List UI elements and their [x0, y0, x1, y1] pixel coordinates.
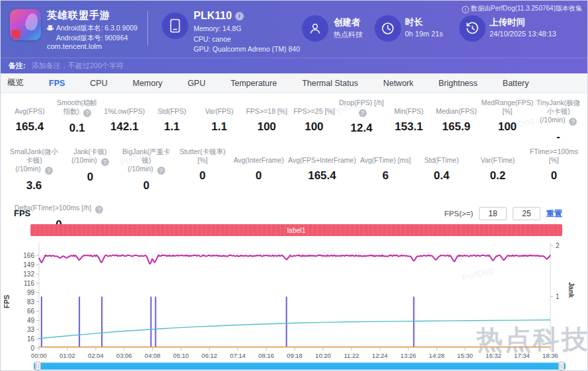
help-icon[interactable]: ?: [45, 167, 53, 175]
x-tick-label: 01:02: [59, 352, 75, 359]
device-gpu: GPU: Qualcomm Adreno (TM) 840: [194, 44, 300, 55]
x-tick-label: 17:34: [514, 352, 530, 359]
scrollbar-left-handle[interactable]: [35, 362, 41, 370]
stat-label: Std(FTime): [415, 147, 468, 165]
note-placeholder: 添加备注，不超过200个字符: [32, 62, 124, 69]
duration-icon: [375, 15, 401, 42]
tab-thermal-status[interactable]: Thermal Status: [302, 79, 358, 88]
help-icon[interactable]: ?: [569, 118, 577, 126]
tab-temperature[interactable]: Temperature: [231, 79, 277, 88]
label-banner[interactable]: label1: [30, 224, 562, 236]
stat-metric: Jank(卡顿)(/10min) ?0: [62, 147, 118, 192]
help-icon[interactable]: ?: [83, 109, 91, 117]
stat-label: FPS>=25 [%]: [292, 99, 337, 116]
stat-value: 0: [120, 179, 173, 192]
stat-label: Std(FPS): [149, 99, 194, 116]
stat-metric: Std(FTime)0.4: [414, 147, 470, 192]
x-tick-label: 07:14: [230, 352, 246, 359]
help-icon[interactable]: ?: [157, 167, 165, 175]
y-tick-label: 116: [24, 280, 34, 287]
tab-gpu[interactable]: GPU: [188, 79, 205, 88]
x-tick-label: 13:26: [400, 352, 416, 359]
stat-value: 1.1: [149, 120, 194, 134]
stat-label: BigJank(严重卡顿)(/10min) ?: [120, 147, 173, 175]
upload-time-icon: [459, 15, 486, 42]
stats-row-2: SmallJank(微小卡顿)(/10min) ?3.6Jank(卡顿)(/10…: [1, 147, 587, 192]
reset-link[interactable]: 重置: [546, 208, 562, 220]
tab-network[interactable]: Network: [383, 79, 414, 88]
fps-threshold-input-2[interactable]: [513, 207, 540, 220]
android-version-code: Android版本号: 900964: [56, 34, 128, 42]
tab-brightness[interactable]: Brightness: [439, 79, 478, 88]
stat-value: 165.4: [7, 120, 52, 134]
android-icon: [47, 24, 54, 34]
stat-metric: Avg(FTime) [ms]6: [357, 147, 414, 192]
x-tick-label: 00:00: [31, 352, 47, 359]
device-info-icon[interactable]: i: [235, 12, 244, 21]
stat-label: Avg(FPS+InterFrame): [288, 147, 356, 165]
stat-metric: 1%Low(FPS)142.1: [101, 99, 149, 144]
tab-battery[interactable]: Battery: [503, 79, 529, 88]
stat-metric: Drop(FPS) [/h] ?12.4: [338, 99, 385, 144]
stat-value: 142.1: [102, 120, 147, 134]
stat-label: FTime>=100ms [%]: [527, 147, 581, 165]
tab-cpu[interactable]: CPU: [90, 79, 107, 88]
stats-row-1: Avg(FPS)165.4Smooth(稳帧指数) ?0.11%Low(FPS)…: [1, 99, 587, 144]
stat-label: 1%Low(FPS): [102, 99, 147, 116]
stat-label: Avg(InterFrame): [232, 147, 285, 165]
stat-metric: Avg(FPS)165.4: [6, 99, 54, 144]
stat-value: 1.1: [197, 120, 242, 134]
stat-value: 0.2: [471, 169, 525, 183]
stat-metric: Var(FPS)1.1: [196, 99, 243, 144]
report-header: 英雄联盟手游 Android版本名: 6.3.0.9009 Android版本号…: [1, 1, 587, 58]
stat-value: 165.4: [288, 169, 356, 183]
scrollbar-right-handle[interactable]: [558, 362, 564, 370]
y-tick-label: 166: [23, 252, 34, 259]
device-name: PLK110i: [194, 10, 244, 22]
creator-icon: [302, 15, 328, 42]
stat-value: 100: [292, 120, 337, 134]
help-icon[interactable]: ?: [359, 109, 367, 117]
fps-section-header: FPS FPS(>=) 重置: [1, 206, 587, 223]
fps-section-title: FPS: [14, 208, 30, 218]
x-tick-label: 02:04: [88, 352, 104, 359]
device-memory: Memory: 14.8G: [194, 24, 300, 34]
fps-threshold-input-1[interactable]: [479, 207, 507, 220]
stat-metric: Var(FTime)0.2: [470, 147, 526, 192]
stat-label: Avg(FPS): [7, 99, 52, 116]
app-icon: [10, 9, 41, 40]
app-package: com.tencent.lolm: [47, 42, 102, 50]
y-tick-label: 99: [27, 289, 35, 296]
tab-fps[interactable]: FPS: [49, 79, 65, 88]
tab-memory[interactable]: Memory: [133, 79, 163, 88]
creator-value: 热点科技: [334, 30, 363, 40]
note-bar[interactable]: 备注: 添加备注，不超过200个字符: [1, 58, 587, 73]
stat-metric: Stutter(卡顿率) [%]0: [174, 147, 231, 192]
stat-metric: FTime>=100ms [%]0: [526, 147, 582, 192]
stat-value: 100: [482, 120, 534, 134]
perfdog-report-window: 英雄联盟手游 Android版本名: 6.3.0.9009 Android版本号…: [0, 0, 588, 371]
y-tick-label: 49: [27, 317, 35, 324]
x-tick-label: 11:22: [344, 352, 359, 359]
series-fps-line: [39, 255, 550, 264]
stat-metric: Smooth(稳帧指数) ?0.1: [54, 99, 101, 144]
stat-metric: Median(FPS)165.9: [433, 99, 480, 144]
y-tick-label: 16: [27, 335, 35, 343]
creator-label: 创建者: [334, 17, 361, 28]
stat-label: MedRange(FPS)[%]: [482, 99, 534, 116]
y-tick-label: 132: [23, 270, 34, 278]
scrollbar-track[interactable]: [34, 362, 566, 370]
y-tick-label: 66: [27, 308, 35, 315]
x-tick-label: 08:16: [258, 352, 274, 359]
y-axis-title-right: Jank: [568, 282, 575, 298]
stat-value: 153.1: [386, 120, 431, 134]
help-icon[interactable]: ?: [101, 158, 109, 166]
stat-label: FPS>=18 [%]: [244, 99, 289, 116]
stat-label: Smooth(稳帧指数) ?: [55, 99, 100, 117]
x-tick-label: 14:28: [429, 352, 445, 359]
x-tick-label: 04:08: [145, 352, 161, 359]
time-range-scrollbar[interactable]: [1, 362, 587, 371]
tab-overview[interactable]: 概览: [7, 77, 24, 89]
fps-chart[interactable]: 01633496683991161321491661200:0001:0202:…: [1, 237, 588, 362]
stat-metric: Std(FPS)1.1: [148, 99, 196, 144]
